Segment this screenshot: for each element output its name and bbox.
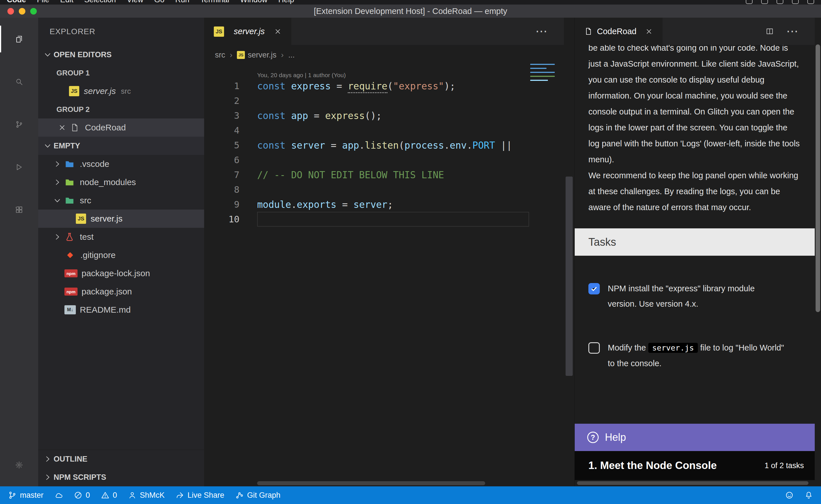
activitybar-source-control[interactable] <box>0 103 38 146</box>
lesson-footer[interactable]: 1. Meet the Node Console 1 of 2 tasks <box>575 451 815 480</box>
tree-item-gitignore[interactable]: .gitignore <box>38 246 204 264</box>
code-line-2[interactable]: 2 <box>204 93 564 108</box>
chev-r-icon <box>51 160 64 168</box>
open-editors-header[interactable]: OPEN EDITORS <box>38 46 204 64</box>
task-item-2: Modify the server.js file to log "Hello … <box>575 340 815 371</box>
code-line-9[interactable]: 9module.exports = server; <box>204 197 564 212</box>
status-label: Live Share <box>187 491 225 500</box>
open-editor-server-js[interactable]: server.jssrc <box>38 82 204 100</box>
error-icon <box>74 491 82 499</box>
status-cloud[interactable] <box>54 491 63 499</box>
tree-item-src[interactable]: src <box>38 191 204 210</box>
codelens[interactable]: You, 20 days ago | 1 author (You) <box>204 65 564 79</box>
more-actions-icon[interactable]: ⋯ <box>786 25 799 37</box>
workspace-header-empty[interactable]: EMPTY <box>38 137 204 155</box>
close-icon[interactable] <box>274 28 282 35</box>
code-line-4[interactable]: 4 <box>204 123 564 138</box>
activitybar-search[interactable] <box>0 60 38 103</box>
editor-vertical-scrollbar[interactable] <box>564 18 574 486</box>
vscode-window: CodeFileEditSelectionViewGoRunTerminalWi… <box>0 0 821 504</box>
folder-node-icon <box>64 177 75 188</box>
chev-r-icon <box>51 233 64 241</box>
split-editor-icon[interactable] <box>766 27 774 35</box>
scrollbar-thumb <box>577 481 808 485</box>
code-line-5[interactable]: 5const server = app.listen(process.env.P… <box>204 138 564 153</box>
code-line-8[interactable]: 8 <box>204 182 564 197</box>
close-icon[interactable] <box>55 124 69 132</box>
tree-item-name: src <box>80 196 91 205</box>
help-bar[interactable]: Help <box>575 424 815 451</box>
code-editor[interactable]: You, 20 days ago | 1 author (You) 1const… <box>204 65 564 486</box>
status-label: master <box>20 491 44 500</box>
tree-item-package-json[interactable]: package.json <box>38 282 204 301</box>
open-editor-coderoad[interactable]: CodeRoad <box>38 118 204 137</box>
breadcrumb-server-js[interactable]: server.js <box>237 51 277 60</box>
breadcrumb-separator-icon <box>230 50 232 60</box>
tree-item-node-modules[interactable]: node_modules <box>38 173 204 191</box>
editor-actions: ⋯ <box>535 18 548 45</box>
tree-item-package-lock-json[interactable]: package-lock.json <box>38 264 204 282</box>
minimap[interactable] <box>530 64 556 84</box>
status-0[interactable]: 0 <box>74 491 90 500</box>
open-editors-group-group-1: GROUP 1 <box>38 64 204 82</box>
code-line-6[interactable]: 6 <box>204 153 564 167</box>
sidebar-bottom-sections: OUTLINENPM SCRIPTS <box>38 450 204 486</box>
inline-code-chip: server.js <box>648 343 698 353</box>
task-text: Modify the server.js file to log "Hello … <box>608 340 785 371</box>
status-0[interactable]: 0 <box>101 491 117 500</box>
close-window-button[interactable] <box>7 8 14 15</box>
task-list: NPM install the "express" library module… <box>575 256 815 371</box>
code-line-1[interactable]: 1const express = require("express"); <box>204 79 564 93</box>
feedback-icon <box>785 491 794 499</box>
coderoad-webview: be able to check what's going on in your… <box>575 45 815 486</box>
code-line-10[interactable]: 10 <box>204 212 564 227</box>
tree-item-test[interactable]: test <box>38 228 204 246</box>
task-checkbox[interactable] <box>588 283 600 294</box>
status-shmck[interactable]: ShMcK <box>128 491 165 500</box>
editor-horizontal-scrollbar[interactable] <box>257 480 564 486</box>
run-debug-icon <box>15 163 23 171</box>
tree-item-vscode[interactable]: .vscode <box>38 155 204 173</box>
tree-item-server-js[interactable]: server.js <box>38 210 204 228</box>
activitybar-explorer[interactable] <box>0 18 38 60</box>
status-live-share[interactable]: Live Share <box>175 491 225 500</box>
code-line-7[interactable]: 7// -- DO NOT EDIT BELOW THIS LINE <box>204 167 564 182</box>
status-master[interactable]: master <box>8 491 44 500</box>
activitybar-extensions[interactable] <box>0 189 38 231</box>
minimize-window-button[interactable] <box>19 8 25 15</box>
branch-icon <box>8 491 17 499</box>
sidebar-section-outline[interactable]: OUTLINE <box>38 450 204 468</box>
js-file-icon <box>214 26 224 37</box>
js-file-icon <box>214 26 229 37</box>
line-number: 2 <box>204 95 257 106</box>
close-icon[interactable] <box>645 28 653 35</box>
panel-vertical-scrollbar[interactable] <box>815 18 821 486</box>
more-actions-icon[interactable]: ⋯ <box>535 25 548 37</box>
person-icon <box>128 491 136 499</box>
code-line-3[interactable]: 3const app = express(); <box>204 108 564 123</box>
status-feedback[interactable] <box>785 491 794 499</box>
tab-server-js[interactable]: server.js <box>204 18 291 45</box>
tree-item-name: package.json <box>81 287 132 296</box>
task-text-part: Modify the <box>608 343 648 352</box>
chev-r-icon <box>43 473 52 482</box>
breadcrumb-src[interactable]: src <box>215 51 225 60</box>
window-titlebar[interactable]: [Extension Development Host] - CodeRoad … <box>0 5 821 18</box>
zoom-window-button[interactable] <box>30 8 37 15</box>
tab-coderoad[interactable]: CodeRoad <box>575 18 663 45</box>
sidebar-section-npm-scripts[interactable]: NPM SCRIPTS <box>38 468 204 486</box>
status-bell[interactable] <box>804 491 813 499</box>
task-item-1: NPM install the "express" library module… <box>575 281 815 312</box>
explorer-sidebar: EXPLORER OPEN EDITORS GROUP 1server.jssr… <box>38 18 204 486</box>
tree-item-name: package-lock.json <box>81 269 150 278</box>
activitybar-run-debug[interactable] <box>0 146 38 189</box>
activitybar-settings[interactable] <box>0 444 38 486</box>
panel-horizontal-scrollbar[interactable] <box>575 480 815 486</box>
editor-detail: src <box>121 87 131 96</box>
tree-item-name: .gitignore <box>80 250 115 260</box>
task-checkbox[interactable] <box>588 342 600 354</box>
tree-item-readme-md[interactable]: README.md <box>38 301 204 319</box>
breadcrumb-[interactable]: ... <box>288 51 295 60</box>
status-git-graph[interactable]: Git Graph <box>235 491 281 500</box>
chev-r-icon <box>51 178 64 187</box>
